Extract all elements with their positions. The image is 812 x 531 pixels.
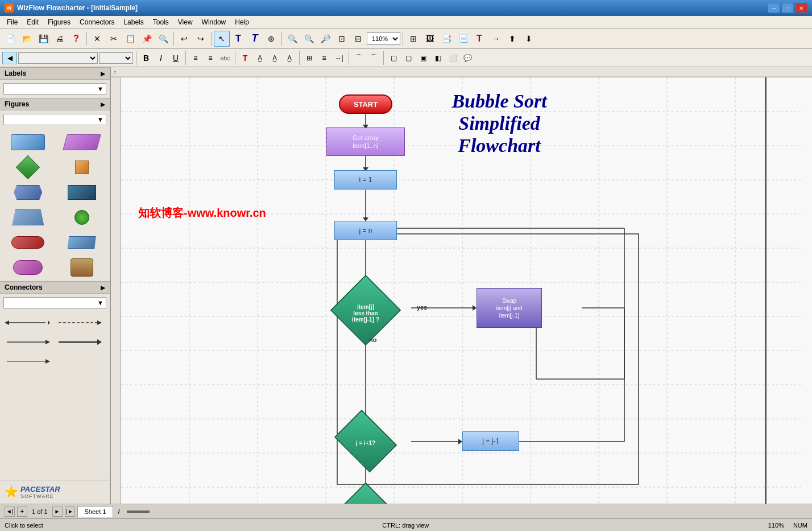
- labels-section-header[interactable]: Labels ▶: [0, 67, 110, 80]
- figure-rect2[interactable]: [56, 181, 108, 204]
- zoom-in2-button[interactable]: 🔍: [301, 31, 317, 47]
- menu-view[interactable]: View: [173, 16, 197, 28]
- connector-none[interactable]: [56, 353, 106, 370]
- style-dropdown-btn[interactable]: ◀: [2, 52, 17, 64]
- menu-tools[interactable]: Tools: [148, 16, 173, 28]
- connector-style2[interactable]: ⌒: [367, 51, 380, 65]
- page-button[interactable]: 📃: [455, 31, 471, 47]
- shape-btn5[interactable]: ⬜: [446, 51, 459, 65]
- list-btn[interactable]: ≡: [317, 51, 331, 65]
- paste-button[interactable]: 📌: [139, 31, 155, 47]
- sep1: [86, 32, 87, 46]
- grid-button[interactable]: ⊞: [405, 31, 421, 47]
- labels-dropdown[interactable]: ▼: [3, 83, 106, 94]
- figure-circle[interactable]: [56, 206, 108, 229]
- new-button[interactable]: 📄: [2, 31, 18, 47]
- menu-file[interactable]: File: [2, 16, 22, 28]
- style-select[interactable]: [18, 52, 98, 64]
- figures-dropdown[interactable]: ▼: [3, 114, 106, 125]
- figures-section-header[interactable]: Figures ▶: [0, 98, 110, 110]
- connector-style1[interactable]: ⌒: [352, 51, 366, 65]
- layer-button[interactable]: 📑: [438, 31, 454, 47]
- underline-style-btn3[interactable]: A̲: [283, 51, 296, 65]
- shape-btn2[interactable]: ▢: [401, 51, 415, 65]
- menu-edit[interactable]: Edit: [22, 16, 43, 28]
- zoom-out-button[interactable]: 🔎: [317, 31, 333, 47]
- underline-style-btn2[interactable]: A̲: [268, 51, 281, 65]
- figure-trap[interactable]: [2, 206, 54, 229]
- main-canvas[interactable]: Bubble Sort Simplified Flowchart 知软博客-ww…: [121, 77, 812, 504]
- zoom-in-button[interactable]: 🔍: [284, 31, 300, 47]
- copy-button[interactable]: 📋: [122, 31, 138, 47]
- move-down-button[interactable]: ⬇: [521, 31, 537, 47]
- delete-button[interactable]: ✕: [89, 31, 105, 47]
- open-button[interactable]: 📂: [19, 31, 35, 47]
- first-page-button[interactable]: ◄|: [5, 507, 15, 517]
- add-sheet-button[interactable]: /: [115, 508, 122, 516]
- figure-stadium[interactable]: [2, 231, 54, 254]
- underline-button[interactable]: U: [169, 51, 183, 65]
- bold-button[interactable]: B: [139, 51, 153, 65]
- zoom-select[interactable]: 110% 50% 75% 100% 125% 150% 200%: [367, 32, 400, 45]
- find-button[interactable]: 🔍: [155, 31, 171, 47]
- text-tool2[interactable]: T: [247, 31, 263, 47]
- menu-help[interactable]: Help: [230, 16, 254, 28]
- redo-button[interactable]: ↪: [193, 31, 209, 47]
- menu-connectors[interactable]: Connectors: [75, 16, 119, 28]
- font-color-button[interactable]: T: [238, 51, 252, 65]
- shape-btn4[interactable]: ◧: [431, 51, 445, 65]
- add-page-button[interactable]: +: [17, 507, 27, 517]
- zoom-actual-button[interactable]: ⊡: [334, 31, 350, 47]
- underline-style-btn1[interactable]: A̲: [253, 51, 267, 65]
- figure-pill[interactable]: [2, 256, 54, 279]
- shape-btn3[interactable]: ▣: [416, 51, 430, 65]
- indent-btn[interactable]: →|: [332, 51, 346, 65]
- select-tool[interactable]: ↖: [214, 31, 230, 47]
- close-button[interactable]: ✕: [795, 3, 807, 13]
- minimize-button[interactable]: ─: [768, 3, 780, 13]
- connector-arrow-right[interactable]: [5, 334, 54, 351]
- italic-button[interactable]: I: [154, 51, 168, 65]
- menu-window[interactable]: Window: [197, 16, 231, 28]
- connector-thick-arrow[interactable]: [56, 334, 106, 351]
- align-center-button[interactable]: ≡: [204, 51, 217, 65]
- figure-para2[interactable]: [56, 231, 108, 254]
- connectors-section-header[interactable]: Connectors ▶: [0, 281, 110, 294]
- restore-button[interactable]: □: [781, 3, 794, 13]
- callout-btn[interactable]: 💬: [461, 51, 474, 65]
- undo-button[interactable]: ↩: [176, 31, 192, 47]
- connector-dashed[interactable]: [56, 314, 106, 331]
- sheet1-tab[interactable]: Sheet 1: [77, 506, 114, 517]
- help-button[interactable]: ?: [68, 31, 84, 47]
- save-button[interactable]: 💾: [35, 31, 51, 47]
- shape-btn1[interactable]: ▢: [387, 51, 400, 65]
- text-abc: abc: [218, 51, 232, 65]
- zoom-fit-button[interactable]: ⊟: [350, 31, 366, 47]
- text-tool[interactable]: T: [230, 31, 246, 47]
- labels-arrow: ▶: [101, 71, 105, 77]
- menu-labels[interactable]: Labels: [119, 16, 148, 28]
- figure-rect[interactable]: [2, 131, 54, 154]
- align-left-button[interactable]: ≡: [189, 51, 202, 65]
- figure-para[interactable]: [56, 131, 108, 154]
- figure-hex[interactable]: [2, 181, 54, 204]
- table-btn[interactable]: ⊞: [303, 51, 316, 65]
- arrow-right-button[interactable]: →: [488, 31, 504, 47]
- print-button[interactable]: 🖨: [52, 31, 68, 47]
- next-page-button[interactable]: ►: [52, 507, 63, 517]
- connectors-dropdown[interactable]: ▼: [3, 297, 106, 308]
- color-select[interactable]: [99, 52, 133, 64]
- figure-square[interactable]: [56, 156, 108, 179]
- bg-button[interactable]: 🖼: [422, 31, 438, 47]
- connector-tool[interactable]: ⊕: [263, 31, 279, 47]
- connector-arrow-both[interactable]: [5, 314, 54, 331]
- last-page-button[interactable]: |►: [65, 507, 75, 517]
- menu-figures[interactable]: Figures: [43, 16, 75, 28]
- text-insert-button[interactable]: T: [471, 31, 487, 47]
- move-up-button[interactable]: ⬆: [504, 31, 520, 47]
- zoom-slider[interactable]: [127, 511, 150, 513]
- figure-diamond[interactable]: [2, 156, 54, 179]
- connector-simple-arrow[interactable]: [5, 353, 54, 370]
- cut-button[interactable]: ✂: [106, 31, 122, 47]
- figure-cylinder[interactable]: [56, 256, 108, 279]
